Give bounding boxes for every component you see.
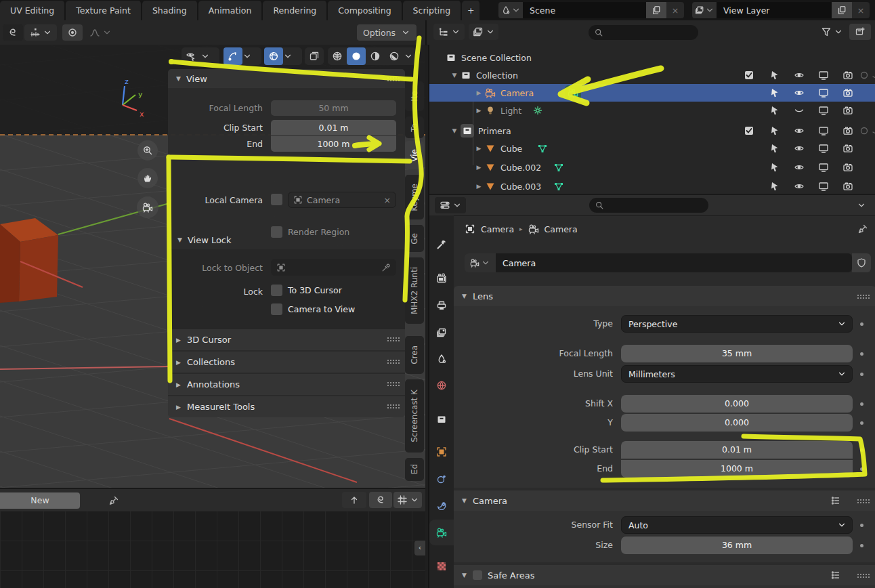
- new-collection-button[interactable]: [849, 24, 871, 40]
- hide-viewport-icon[interactable]: [794, 143, 805, 154]
- sensor-size-field[interactable]: 36 mm: [621, 537, 853, 554]
- xray-toggle[interactable]: [305, 47, 324, 65]
- object-visibility-dropdown[interactable]: [182, 47, 219, 65]
- outliner-row-cube[interactable]: ▶ Cube: [429, 140, 875, 157]
- cube-object[interactable]: [0, 218, 58, 303]
- outliner-row-camera[interactable]: ▶ Camera: [429, 84, 875, 102]
- tab-constraints-properties[interactable]: [429, 466, 454, 492]
- workspace-tab-compositing[interactable]: Compositing: [328, 1, 402, 20]
- sensor-fit-dropdown[interactable]: Auto: [621, 516, 853, 534]
- clip-end-field[interactable]: 1000 m: [271, 136, 396, 152]
- view-lock-subheader[interactable]: ▼ View Lock: [168, 230, 405, 249]
- panel-grip[interactable]: [857, 574, 859, 575]
- shading-solid-button[interactable]: [347, 47, 366, 65]
- view-panel-header[interactable]: ▼ View: [168, 69, 405, 88]
- expand-icon[interactable]: ▶: [473, 183, 485, 190]
- panel-grip[interactable]: [387, 360, 389, 361]
- panel-collections[interactable]: ▶Collections: [168, 352, 405, 374]
- animate-dot[interactable]: [860, 448, 863, 452]
- scene-unlink-button[interactable]: ×: [666, 2, 684, 18]
- view-layer-remove-button[interactable]: ×: [852, 2, 870, 18]
- shift-x-field[interactable]: 0.000: [621, 395, 853, 413]
- clip-start-field[interactable]: 0.01 m: [271, 120, 396, 135]
- disable-viewport-icon[interactable]: [818, 181, 829, 192]
- workspace-tab-shading[interactable]: Shading: [142, 1, 198, 20]
- active-tool-button[interactable]: [3, 24, 23, 41]
- pin-icon[interactable]: [857, 224, 868, 234]
- tab-render-properties[interactable]: [429, 266, 454, 291]
- expand-icon[interactable]: ▼: [448, 127, 461, 134]
- add-workspace-button[interactable]: +: [462, 1, 481, 20]
- tab-tool[interactable]: To: [405, 117, 424, 138]
- holdout-icon[interactable]: [859, 125, 870, 136]
- disable-render-icon[interactable]: [842, 87, 853, 98]
- disable-render-icon[interactable]: [842, 181, 853, 192]
- disable-render-icon[interactable]: [842, 70, 853, 81]
- shading-rendered-button[interactable]: [385, 47, 404, 65]
- eyedropper-icon[interactable]: [381, 263, 391, 272]
- animate-dot[interactable]: [860, 402, 863, 406]
- workspace-tab-rendering[interactable]: Rendering: [263, 1, 328, 20]
- hide-viewport-icon[interactable]: [794, 70, 805, 81]
- falloff-dropdown[interactable]: [84, 24, 116, 41]
- view-layer-name-field[interactable]: View Layer: [717, 2, 832, 18]
- tab-world-properties[interactable]: [429, 373, 454, 398]
- mesh-data-icon[interactable]: [537, 143, 548, 154]
- expand-icon[interactable]: ▶: [473, 145, 485, 152]
- panel-grip[interactable]: [387, 77, 389, 79]
- to-3d-cursor-checkbox[interactable]: [271, 285, 282, 296]
- outliner-row-light[interactable]: ▶ Light: [429, 102, 875, 119]
- panel-grip[interactable]: [387, 404, 389, 406]
- disable-viewport-icon[interactable]: [818, 125, 829, 136]
- disable-viewport-icon[interactable]: [818, 162, 829, 173]
- proportional-edit-toggle[interactable]: [62, 24, 83, 41]
- view-layer-copy-button[interactable]: [832, 2, 852, 18]
- region-collapse-arrow[interactable]: ‹: [414, 541, 425, 555]
- camera-to-view-checkbox[interactable]: [271, 303, 282, 315]
- shift-y-field[interactable]: 0.000: [621, 414, 853, 432]
- disable-viewport-icon[interactable]: [818, 70, 829, 81]
- new-image-button[interactable]: New: [0, 492, 80, 509]
- clear-icon[interactable]: ×: [384, 195, 391, 205]
- animate-dot[interactable]: [860, 352, 863, 356]
- panel-3d-cursor[interactable]: ▶3D Cursor: [168, 329, 405, 352]
- tab-physics-properties[interactable]: [429, 493, 454, 519]
- hide-viewport-icon[interactable]: [794, 105, 805, 116]
- pan-button[interactable]: [137, 168, 158, 188]
- animate-dot[interactable]: [860, 373, 863, 376]
- panel-grip[interactable]: [387, 382, 389, 383]
- disable-render-icon[interactable]: [842, 162, 853, 173]
- scene-name-field[interactable]: Scene: [523, 2, 646, 18]
- tab-ge[interactable]: Ge: [405, 225, 424, 252]
- shading-material-button[interactable]: [366, 47, 385, 65]
- safe-areas-panel-header[interactable]: ▼ Safe Areas: [454, 565, 875, 585]
- hide-viewport-icon[interactable]: [794, 181, 805, 192]
- clip-start-field[interactable]: 0.01 m: [621, 441, 853, 459]
- animate-dot[interactable]: [860, 322, 863, 326]
- focal-length-field[interactable]: 50 mm: [271, 100, 396, 116]
- shading-wireframe-button[interactable]: [328, 47, 347, 65]
- outliner-row-cube-003[interactable]: ▶ Cube.003: [429, 177, 875, 194]
- id-browse-button[interactable]: [465, 253, 496, 272]
- panel-grip[interactable]: [857, 295, 859, 296]
- tab-object-data-properties[interactable]: [429, 520, 454, 545]
- exclude-checkbox[interactable]: [744, 70, 754, 81]
- panel-measureit-tools[interactable]: ▶MeasureIt Tools: [168, 396, 405, 417]
- tab-screencast-keys[interactable]: Screencast K: [405, 379, 424, 453]
- focal-length-field[interactable]: 35 mm: [621, 345, 853, 362]
- animate-dot[interactable]: [860, 524, 863, 527]
- id-name-field[interactable]: Camera: [496, 253, 852, 272]
- properties-search-input[interactable]: [589, 198, 708, 213]
- selectable-icon[interactable]: [769, 181, 780, 192]
- outliner-row-scene-collection[interactable]: Scene Collection: [429, 49, 875, 66]
- image-editor-canvas[interactable]: ‹: [0, 511, 425, 588]
- tab-item[interactable]: Ite: [405, 81, 424, 111]
- up-level-button[interactable]: [342, 492, 366, 508]
- tab-view-layer-properties[interactable]: [429, 320, 454, 345]
- lens-unit-dropdown[interactable]: Millimeters: [621, 365, 853, 383]
- selectable-icon[interactable]: [769, 143, 780, 154]
- proportional-toggle[interactable]: [369, 492, 392, 508]
- indirect-only-icon[interactable]: [871, 70, 875, 81]
- indirect-only-icon[interactable]: [871, 125, 875, 136]
- animate-dot[interactable]: [860, 467, 863, 471]
